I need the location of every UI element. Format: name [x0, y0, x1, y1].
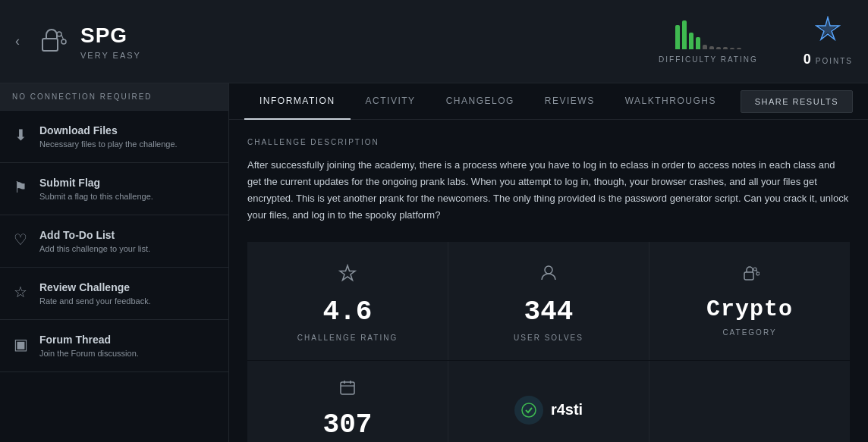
- svg-line-8: [756, 270, 757, 272]
- points-area: 0 POINTS: [804, 16, 853, 67]
- main-content: NO CONNECTION REQUIRED ⬇ Download Files …: [0, 83, 868, 442]
- svg-rect-0: [42, 39, 58, 51]
- forum-title: Forum Thread: [39, 334, 139, 346]
- category-value: Crypto: [706, 296, 793, 322]
- stat-card-category: Crypto CATEGORY: [649, 242, 850, 360]
- points-value: 0: [804, 52, 811, 67]
- difficulty-label: DIFFICULTY RATING: [659, 55, 758, 64]
- difficulty-bar: [723, 47, 728, 49]
- calendar-icon: [339, 379, 356, 400]
- forum-desc: Join the Forum discussion.: [39, 349, 139, 358]
- first-blood-icon: [514, 396, 543, 425]
- stat-card-first-blood: r4sti: [448, 361, 649, 442]
- points-label: POINTS: [816, 57, 853, 65]
- points2-value: 307: [323, 409, 373, 440]
- add-todo-desc: Add this challenge to your list.: [39, 244, 150, 253]
- stat-card-points2: 307: [247, 361, 448, 442]
- stats-row2: 307 r4sti: [247, 361, 850, 442]
- category-label: CATEGORY: [722, 328, 776, 337]
- first-blood-name: r4sti: [551, 401, 583, 418]
- difficulty-bars: [675, 19, 741, 49]
- challenge-name: SPG: [80, 24, 659, 48]
- content-area: CHALLENGE DESCRIPTION After successfully…: [229, 120, 868, 442]
- svg-rect-9: [341, 382, 354, 394]
- review-title: Review Challenge: [39, 281, 151, 293]
- sidebar-item-forum[interactable]: ▣ Forum Thread Join the Forum discussion…: [0, 320, 228, 372]
- tabs-bar: INFORMATIONACTIVITYCHANGELOGREVIEWSWALKT…: [229, 83, 868, 120]
- difficulty-bar: [716, 47, 721, 49]
- sidebar-item-download[interactable]: ⬇ Download Files Necessary files to play…: [0, 111, 228, 163]
- svg-point-13: [522, 403, 536, 417]
- sidebar: NO CONNECTION REQUIRED ⬇ Download Files …: [0, 83, 229, 442]
- tab-activity[interactable]: ACTIVITY: [351, 83, 431, 120]
- tab-changelog[interactable]: CHANGELOG: [431, 83, 530, 120]
- difficulty-bar: [682, 20, 687, 49]
- solves-icon: [539, 263, 558, 287]
- stat-card-empty: [649, 361, 850, 442]
- sidebar-tag: NO CONNECTION REQUIRED: [0, 83, 228, 111]
- difficulty-bar: [703, 45, 707, 49]
- rating-value: 4.6: [323, 296, 373, 328]
- challenge-info: SPG VERY EASY: [80, 24, 659, 60]
- submit-flag-desc: Submit a flag to this challenge.: [39, 192, 153, 201]
- points-icon: [815, 16, 841, 47]
- difficulty-bar: [696, 37, 700, 49]
- tab-reviews[interactable]: REVIEWS: [530, 83, 610, 120]
- solves-label: USER SOLVES: [514, 334, 583, 342]
- stats-row: 4.6 CHALLENGE RATING 344 USER SOLVES Cry…: [247, 242, 850, 360]
- tab-walkthroughs[interactable]: WALKTHROUGHS: [610, 83, 731, 120]
- add-todo-icon: ♡: [12, 230, 29, 249]
- add-todo-title: Add To-Do List: [39, 229, 150, 241]
- difficulty-bar: [737, 48, 741, 49]
- solves-value: 344: [524, 296, 574, 328]
- challenge-description-label: CHALLENGE DESCRIPTION: [247, 138, 850, 146]
- back-button[interactable]: ‹: [15, 33, 20, 49]
- submit-flag-title: Submit Flag: [39, 177, 153, 189]
- download-desc: Necessary files to play the challenge.: [39, 139, 178, 149]
- svg-point-7: [756, 272, 760, 275]
- submit-flag-icon: ⚑: [12, 178, 29, 196]
- forum-icon: ▣: [12, 335, 29, 353]
- challenge-difficulty: VERY EASY: [80, 51, 659, 60]
- right-panel: INFORMATIONACTIVITYCHANGELOGREVIEWSWALKT…: [229, 83, 868, 442]
- sidebar-item-add-todo[interactable]: ♡ Add To-Do List Add this challenge to y…: [0, 215, 228, 268]
- sidebar-item-review[interactable]: ☆ Review Challenge Rate and send your fe…: [0, 268, 228, 320]
- share-results-button[interactable]: SHARE RESULTS: [741, 90, 853, 113]
- svg-point-6: [753, 268, 756, 271]
- difficulty-bar: [675, 25, 680, 49]
- rating-label: CHALLENGE RATING: [297, 334, 398, 342]
- download-title: Download Files: [39, 124, 178, 136]
- difficulty-bar: [709, 46, 714, 49]
- challenge-icon: [33, 24, 70, 60]
- svg-rect-5: [744, 272, 753, 280]
- challenge-description: After successfully joining the academy, …: [247, 157, 850, 224]
- top-header: ‹ SPG VERY EASY DIFFICULTY RATING 0 POIN…: [0, 0, 868, 83]
- download-icon: ⬇: [12, 126, 29, 144]
- tab-information[interactable]: INFORMATION: [244, 83, 351, 120]
- review-desc: Rate and send your feedback.: [39, 296, 151, 306]
- review-icon: ☆: [12, 283, 29, 301]
- difficulty-bar: [689, 33, 693, 49]
- difficulty-chart-area: DIFFICULTY RATING: [659, 19, 758, 64]
- stat-card-solves: 344 USER SOLVES: [448, 242, 649, 360]
- sidebar-item-submit-flag[interactable]: ⚑ Submit Flag Submit a flag to this chal…: [0, 163, 228, 215]
- category-icon: [740, 263, 760, 287]
- stat-card-rating: 4.6 CHALLENGE RATING: [247, 242, 448, 360]
- svg-point-4: [545, 266, 552, 274]
- difficulty-bar: [730, 48, 734, 49]
- rating-icon: [338, 263, 357, 287]
